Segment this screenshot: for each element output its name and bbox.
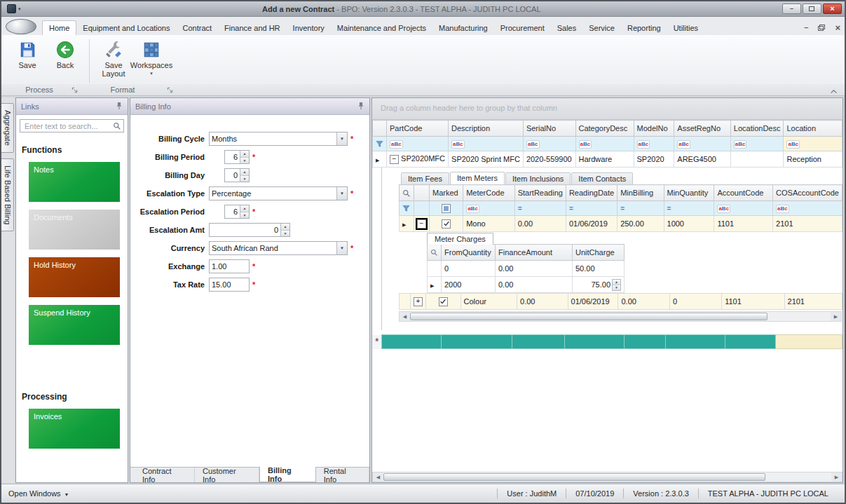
tab-billing-info[interactable]: Billing Info [259, 467, 316, 482]
scroll-right-icon[interactable] [831, 312, 841, 321]
cell-marked[interactable] [430, 216, 463, 232]
mdi-restore-button[interactable] [818, 25, 825, 31]
format-dialog-launcher-icon[interactable] [167, 86, 173, 95]
cell-location[interactable]: Reception [784, 151, 842, 168]
meters-horizontal-scrollbar[interactable] [399, 311, 842, 322]
tab-contract-info[interactable]: Contract Info [135, 468, 195, 482]
cell-metercode[interactable]: Mono [463, 216, 515, 232]
grid-horizontal-scrollbar[interactable] [372, 472, 842, 482]
cell-unitcharge-editor[interactable]: 75.00 [573, 277, 625, 293]
mdi-close-button[interactable] [835, 23, 840, 32]
maximize-button[interactable] [803, 4, 821, 14]
cell-minquantity[interactable]: 0 [669, 294, 721, 310]
save-button[interactable]: Save [8, 39, 46, 71]
link-documents[interactable]: Documents [29, 210, 120, 250]
filter-cell-metercode[interactable]: aBc [463, 201, 515, 216]
scrollbar-thumb[interactable] [410, 313, 767, 320]
new-cell-categorydesc[interactable] [565, 335, 625, 349]
cell-accountcode[interactable]: 1101 [714, 216, 773, 232]
spin-up-icon[interactable] [281, 224, 289, 231]
cell-metercode[interactable]: Colour [460, 294, 517, 310]
billing-period-stepper[interactable]: 6 [224, 150, 250, 164]
col-header-partcode[interactable]: PartCode [387, 121, 449, 137]
tab-item-inclusions[interactable]: Item Inclusions [505, 172, 571, 184]
col-header-financeamount[interactable]: FinanceAmount [496, 245, 573, 261]
tab-item-meters[interactable]: Item Meters [450, 172, 505, 184]
quick-access-caret-icon[interactable]: ▾ [18, 6, 21, 12]
col-header-accountcode[interactable]: AccountCode [714, 185, 773, 201]
col-header-description[interactable]: Description [449, 121, 524, 137]
col-header-locationdesc[interactable]: LocationDesc [730, 121, 784, 137]
new-cell-serialno[interactable] [512, 335, 565, 349]
new-cell-location[interactable] [776, 335, 842, 349]
link-hold-history[interactable]: Hold History [29, 257, 120, 297]
process-dialog-launcher-icon[interactable] [71, 86, 78, 95]
spin-up-icon[interactable] [240, 151, 249, 158]
cell-financeamount[interactable]: 0.00 [496, 277, 573, 293]
cell-minbilling[interactable]: 250.00 [618, 216, 664, 232]
cell-marked[interactable] [425, 294, 460, 310]
cell-description[interactable]: SP2020 Sprint MFC [449, 151, 524, 168]
ribbon-tab-manufacturing[interactable]: Manufacturing [432, 21, 494, 35]
mdi-minimize-button[interactable] [804, 24, 808, 32]
chevron-down-icon[interactable] [336, 132, 347, 145]
cell-minbilling[interactable]: 0.00 [618, 294, 669, 310]
col-header-fromquantity[interactable]: FromQuantity [442, 245, 496, 261]
cell-startreading[interactable]: 0.00 [514, 216, 566, 232]
side-tab-aggregate[interactable]: Aggregate [1, 103, 14, 153]
pin-icon[interactable] [357, 102, 364, 111]
new-cell-modelno[interactable] [624, 335, 666, 349]
tax-rate-field[interactable]: 15.00 [209, 278, 250, 292]
col-header-metercode[interactable]: MeterCode [463, 185, 515, 201]
filter-cell-location[interactable]: aBc [784, 137, 842, 151]
collapse-row-icon[interactable] [417, 219, 426, 229]
filter-cell-minbilling[interactable]: = [618, 201, 664, 216]
cell-startreading[interactable]: 0.00 [517, 294, 568, 310]
spin-down-icon[interactable] [240, 212, 249, 219]
ribbon-tab-procurement[interactable]: Procurement [494, 21, 551, 35]
cell-readingdate[interactable]: 01/06/2019 [566, 216, 617, 232]
ribbon-tab-reporting[interactable]: Reporting [621, 21, 667, 35]
ribbon-tab-sales[interactable]: Sales [551, 21, 583, 35]
filter-cell-partcode[interactable]: aBc [387, 137, 449, 151]
back-button[interactable]: Back [46, 39, 84, 71]
filter-cell-cosaccountcode[interactable]: aBc [773, 201, 842, 216]
scroll-left-icon[interactable] [373, 472, 383, 482]
cell-assetregno[interactable]: AREG4500 [674, 151, 731, 168]
escalation-type-dropdown[interactable]: Percentage [209, 186, 348, 200]
spin-down-icon[interactable] [281, 231, 289, 237]
search-input[interactable] [23, 121, 113, 131]
cell-fromquantity[interactable]: 2000 [442, 277, 496, 293]
cell-modelno[interactable]: SP2020 [634, 151, 674, 168]
cell-locationdesc[interactable] [730, 151, 784, 168]
tab-item-contacts[interactable]: Item Contacts [571, 172, 633, 184]
link-suspend-history[interactable]: Suspend History [29, 305, 120, 345]
tab-item-fees[interactable]: Item Fees [401, 172, 449, 184]
checkbox-checked-icon[interactable] [442, 219, 451, 229]
filter-cell-serialno[interactable]: aBc [523, 137, 575, 151]
new-cell-locationdesc[interactable] [725, 335, 776, 349]
side-tab-life-based-billing[interactable]: Life Based Billing [1, 158, 14, 231]
filter-cell-assetregno[interactable]: aBc [674, 137, 731, 151]
spin-down-icon[interactable] [613, 285, 620, 290]
filter-cell-modelno[interactable]: aBc [634, 137, 674, 151]
filter-cell-description[interactable]: aBc [449, 137, 524, 151]
cell-minquantity[interactable]: 1000 [664, 216, 714, 232]
collapse-row-icon[interactable] [390, 155, 399, 164]
workspaces-button[interactable]: Workspaces ▼ [132, 39, 170, 78]
col-header-modelno[interactable]: ModelNo [634, 121, 674, 137]
col-header-assetregno[interactable]: AssetRegNo [674, 121, 731, 137]
chevron-down-icon[interactable] [336, 242, 347, 254]
new-cell-description[interactable] [442, 335, 512, 349]
filter-cell-readingdate[interactable]: = [566, 201, 617, 216]
tab-meter-charges[interactable]: Meter Charges [427, 233, 493, 245]
exchange-field[interactable]: 1.00 [209, 259, 250, 273]
ribbon-tab-equipment-and-locations[interactable]: Equipment and Locations [76, 21, 176, 35]
col-header-minquantity[interactable]: MinQuantity [664, 185, 714, 201]
col-header-cosaccountcode[interactable]: COSAccountCode [773, 185, 842, 201]
link-notes[interactable]: Notes [29, 162, 120, 202]
currency-dropdown[interactable]: South African Rand [209, 241, 348, 255]
link-invoices[interactable]: Invoices [29, 409, 120, 449]
escalation-period-stepper[interactable]: 6 [224, 205, 250, 219]
escalation-amt-stepper[interactable]: 0 [209, 223, 290, 237]
